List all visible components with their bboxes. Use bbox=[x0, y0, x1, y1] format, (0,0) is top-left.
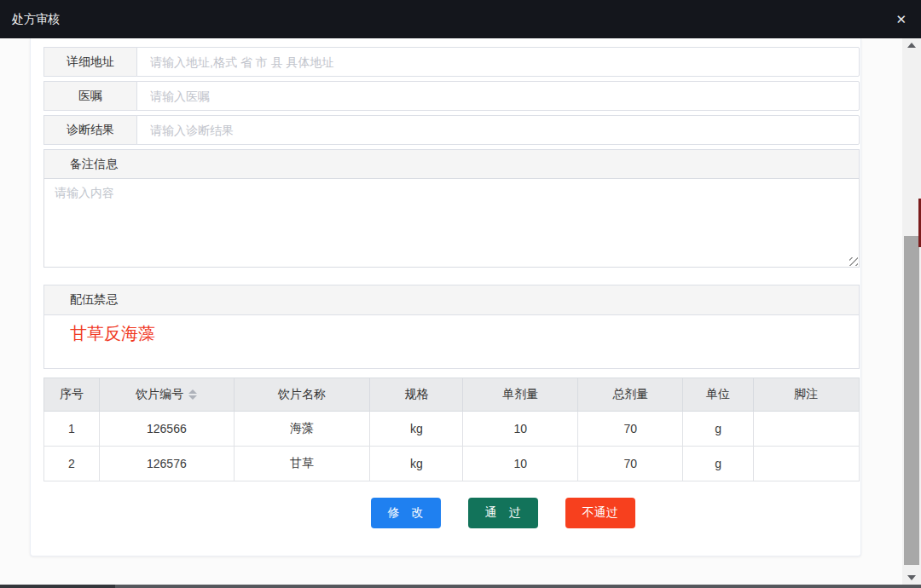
header-spec: 规格 bbox=[370, 378, 463, 412]
header-total-dose: 总剂量 bbox=[578, 378, 683, 412]
cell-unit: g bbox=[683, 447, 753, 481]
scrollbar-up-arrow-icon[interactable] bbox=[902, 38, 921, 52]
scrollbar-down-arrow-icon[interactable] bbox=[902, 571, 921, 585]
contraindication-header: 配伍禁忌 bbox=[44, 285, 859, 315]
card-content: 详细地址 医嘱 诊断结果 备注信息 配伍禁忌 甘草反海藻 bbox=[43, 38, 860, 528]
table-header-row: 序号 饮片编号 饮片名称 规格 单剂量 总剂量 单位 脚注 bbox=[44, 378, 860, 412]
sort-carets-icon[interactable] bbox=[188, 389, 197, 400]
address-input[interactable] bbox=[136, 47, 860, 77]
cell-seq: 1 bbox=[44, 412, 100, 447]
close-icon[interactable]: ✕ bbox=[895, 13, 907, 26]
medical-advice-row: 医嘱 bbox=[43, 81, 860, 111]
contraindication-box: 配伍禁忌 甘草反海藻 bbox=[43, 285, 860, 369]
modal-header: 处方审核 ✕ bbox=[0, 0, 921, 38]
sort-caret-down-icon[interactable] bbox=[188, 395, 197, 400]
diagnosis-input[interactable] bbox=[136, 115, 860, 145]
medical-advice-label: 医嘱 bbox=[43, 81, 137, 111]
header-single-dose: 单剂量 bbox=[463, 378, 578, 412]
remark-section-header: 备注信息 bbox=[43, 149, 860, 179]
cell-footnote bbox=[753, 412, 859, 447]
horizontal-scrollbar[interactable] bbox=[0, 585, 921, 588]
cell-piece-number: 126576 bbox=[100, 447, 235, 481]
modal-title: 处方审核 bbox=[12, 12, 60, 27]
horizontal-scrollbar-thumb[interactable] bbox=[0, 585, 115, 588]
cell-single-dose: 10 bbox=[463, 412, 578, 447]
table-row: 1 126566 海藻 kg 10 70 g bbox=[44, 412, 860, 447]
contraindication-title: 配伍禁忌 bbox=[70, 292, 118, 308]
header-piece-name: 饮片名称 bbox=[234, 378, 370, 412]
reject-button[interactable]: 不通过 bbox=[565, 498, 635, 528]
cell-piece-name: 甘草 bbox=[234, 447, 370, 481]
contraindication-warning-text: 甘草反海藻 bbox=[70, 324, 155, 343]
herb-table: 序号 饮片编号 饮片名称 规格 单剂量 总剂量 单位 脚注 1 126566 海… bbox=[43, 378, 860, 481]
cell-spec: kg bbox=[370, 412, 463, 447]
address-label: 详细地址 bbox=[43, 47, 137, 77]
medical-advice-input[interactable] bbox=[136, 81, 860, 111]
header-footnote: 脚注 bbox=[753, 378, 859, 412]
remark-textarea[interactable] bbox=[43, 178, 860, 268]
contraindication-body: 甘草反海藻 bbox=[44, 315, 859, 368]
cell-single-dose: 10 bbox=[463, 447, 578, 481]
remark-label: 备注信息 bbox=[70, 157, 118, 172]
cell-total-dose: 70 bbox=[578, 412, 683, 447]
header-unit: 单位 bbox=[683, 378, 753, 412]
table-row: 2 126576 甘草 kg 10 70 g bbox=[44, 447, 860, 481]
cell-piece-number: 126566 bbox=[100, 412, 235, 447]
cell-unit: g bbox=[683, 412, 753, 447]
vertical-scrollbar-thumb[interactable] bbox=[904, 236, 919, 565]
cell-footnote bbox=[753, 447, 859, 481]
prescription-review-card: 详细地址 医嘱 诊断结果 备注信息 配伍禁忌 甘草反海藻 bbox=[30, 38, 861, 556]
address-row: 详细地址 bbox=[43, 47, 860, 77]
textarea-resize-handle-icon[interactable] bbox=[849, 257, 858, 266]
remark-textarea-wrap bbox=[43, 178, 860, 268]
diagnosis-label: 诊断结果 bbox=[43, 115, 137, 145]
sort-caret-up-icon[interactable] bbox=[188, 389, 197, 394]
modify-button[interactable]: 修 改 bbox=[371, 498, 441, 528]
cell-spec: kg bbox=[370, 447, 463, 481]
header-seq: 序号 bbox=[44, 378, 100, 412]
cell-total-dose: 70 bbox=[578, 447, 683, 481]
vertical-scrollbar[interactable] bbox=[902, 38, 921, 585]
action-buttons: 修 改 通 过 不通过 bbox=[43, 498, 860, 528]
cell-seq: 2 bbox=[44, 447, 100, 481]
approve-button[interactable]: 通 过 bbox=[468, 498, 538, 528]
header-piece-number[interactable]: 饮片编号 bbox=[100, 378, 235, 412]
cell-piece-name: 海藻 bbox=[234, 412, 370, 447]
diagnosis-row: 诊断结果 bbox=[43, 115, 860, 145]
